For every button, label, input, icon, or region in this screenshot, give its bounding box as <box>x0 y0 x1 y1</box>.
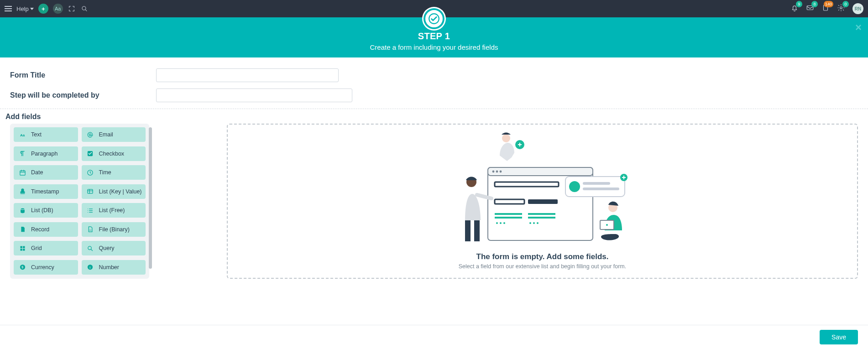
form-title-label: Form Title <box>10 71 156 79</box>
field-tile-date[interactable]: Date <box>14 165 78 180</box>
divider <box>0 109 868 109</box>
save-button[interactable]: Save <box>820 330 858 344</box>
close-icon[interactable]: × <box>855 21 862 34</box>
field-tile-checkbox[interactable]: Checkbox <box>82 146 146 161</box>
add-new-button[interactable]: + <box>38 4 48 14</box>
list-kv-icon <box>85 188 95 195</box>
file-binary-icon: 01 <box>85 226 95 233</box>
svg-rect-15 <box>23 246 25 248</box>
field-tile-label: Grid <box>31 245 42 251</box>
grid-icon <box>17 245 27 252</box>
field-tile-label: Date <box>31 169 43 176</box>
field-tile-label: Email <box>99 131 113 138</box>
svg-rect-32 <box>495 217 522 219</box>
field-tile-record[interactable]: Record <box>14 222 78 237</box>
field-tile-currency[interactable]: $Currency <box>14 260 78 275</box>
field-tile-grid[interactable]: Grid <box>14 241 78 255</box>
field-tile-label: Currency <box>31 264 54 271</box>
field-tile-list-db[interactable]: List (DB) <box>14 203 78 218</box>
field-tile-label: Number <box>99 264 119 271</box>
timestamp-icon <box>17 188 27 195</box>
svg-rect-44 <box>583 188 619 190</box>
checkbox-icon <box>85 150 95 157</box>
field-tile-paragraph[interactable]: Paragraph <box>14 146 78 161</box>
step-subtitle: Create a form including your desired fie… <box>0 43 868 51</box>
svg-rect-8 <box>20 171 25 175</box>
svg-point-35 <box>496 222 498 224</box>
messages-icon[interactable]: 8 <box>806 4 814 14</box>
svg-rect-10 <box>88 189 93 193</box>
svg-point-46 <box>502 134 510 142</box>
svg-point-6 <box>89 134 91 135</box>
paragraph-icon <box>17 150 27 157</box>
svg-rect-49 <box>465 220 471 241</box>
svg-point-38 <box>529 222 531 224</box>
field-tile-label: List (DB) <box>31 207 53 214</box>
email-icon <box>85 131 95 138</box>
svg-rect-30 <box>528 199 558 204</box>
field-tile-label: List (Free) <box>99 207 125 214</box>
svg-text:01: 01 <box>89 229 92 231</box>
svg-point-40 <box>537 222 539 224</box>
query-icon <box>85 245 95 252</box>
svg-rect-17 <box>23 249 25 250</box>
field-palette: AaTextEmailParagraphCheckboxDateTimeTime… <box>10 124 149 279</box>
text-icon: Aa <box>17 131 27 138</box>
svg-rect-16 <box>20 249 22 250</box>
palette-scrollbar[interactable] <box>149 127 152 269</box>
list-db-icon <box>17 207 27 214</box>
date-icon <box>17 169 27 176</box>
svg-rect-50 <box>474 220 480 241</box>
messages-badge: 8 <box>811 1 818 7</box>
help-menu[interactable]: Help <box>16 5 34 12</box>
footer: Save <box>0 325 868 349</box>
empty-illustration <box>456 131 629 250</box>
field-tile-label: List (Key | Value) <box>99 188 142 195</box>
field-tile-label: Paragraph <box>31 151 58 157</box>
settings-icon[interactable]: 0 <box>837 4 845 14</box>
field-tile-number[interactable]: iNumber <box>82 260 146 275</box>
field-tile-list-kv[interactable]: List (Key | Value) <box>82 184 146 199</box>
svg-text:i: i <box>89 266 90 270</box>
tasks-icon[interactable]: 140 <box>821 4 830 14</box>
svg-rect-33 <box>528 213 555 215</box>
search-icon[interactable] <box>80 5 89 13</box>
field-tile-label: File (Binary) <box>99 226 130 233</box>
svg-rect-28 <box>495 182 559 187</box>
field-tile-label: Query <box>99 245 115 251</box>
chevron-down-icon <box>30 8 34 10</box>
form-canvas[interactable]: The form is empty. Add some fields. Sele… <box>227 124 858 279</box>
field-tile-text[interactable]: AaText <box>14 127 78 142</box>
step-title: STEP 1 <box>0 31 868 42</box>
svg-point-53 <box>606 224 608 226</box>
menu-icon[interactable] <box>5 6 12 11</box>
field-tile-email[interactable]: Email <box>82 127 146 142</box>
avatar[interactable]: RN <box>852 3 863 14</box>
tasks-badge: 140 <box>824 1 833 7</box>
svg-point-0 <box>82 6 86 10</box>
field-tile-file-binary[interactable]: 01File (Binary) <box>82 222 146 237</box>
field-tile-query[interactable]: Query <box>82 241 146 255</box>
completed-by-input[interactable] <box>156 89 352 102</box>
svg-rect-14 <box>20 246 22 248</box>
notifications-badge: 9 <box>796 1 802 7</box>
fullscreen-icon[interactable] <box>68 5 76 13</box>
field-tile-timestamp[interactable]: Timestamp <box>14 184 78 199</box>
currency-icon: $ <box>17 264 27 271</box>
completed-by-label: Step will be completed by <box>10 91 156 99</box>
svg-rect-24 <box>488 167 593 176</box>
list-free-icon <box>85 207 95 214</box>
text-size-button[interactable]: Aa <box>53 4 63 14</box>
svg-text:$: $ <box>21 266 23 269</box>
svg-point-26 <box>496 171 498 173</box>
field-tile-list-free[interactable]: List (Free) <box>82 203 146 218</box>
field-tile-label: Timestamp <box>31 188 59 195</box>
notifications-icon[interactable]: 9 <box>790 4 799 14</box>
empty-state-title: The form is empty. Add some fields. <box>476 252 609 261</box>
svg-point-39 <box>533 222 535 224</box>
field-tile-label: Checkbox <box>99 151 125 157</box>
record-icon <box>17 226 27 233</box>
form-title-input[interactable] <box>156 68 339 82</box>
field-tile-time[interactable]: Time <box>82 165 146 180</box>
svg-point-25 <box>492 171 494 173</box>
